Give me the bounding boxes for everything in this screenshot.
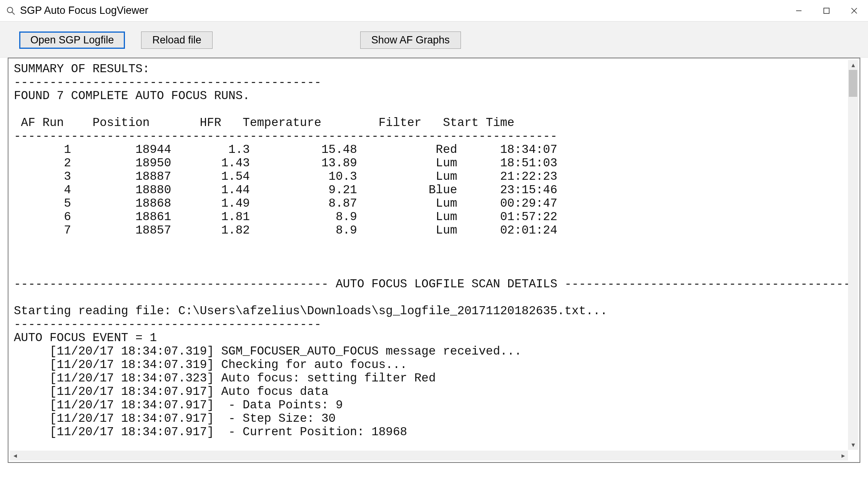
svg-point-0 [7,7,13,13]
svg-rect-3 [824,8,829,13]
reload-file-button[interactable]: Reload file [141,31,213,49]
maximize-button[interactable] [813,0,840,21]
toolbar-spacer [229,31,344,49]
scroll-down-icon[interactable]: ▾ [851,440,855,450]
scroll-up-icon[interactable]: ▴ [851,60,855,70]
show-graphs-button[interactable]: Show AF Graphs [360,31,461,49]
scroll-track[interactable] [848,70,858,440]
svg-line-1 [12,12,15,15]
close-button[interactable] [840,0,868,21]
log-panel: SUMMARY OF RESULTS: --------------------… [8,58,860,463]
scroll-right-icon[interactable]: ▸ [838,451,848,460]
app-icon [5,5,16,16]
minimize-button[interactable] [785,0,813,21]
log-output[interactable]: SUMMARY OF RESULTS: --------------------… [8,58,860,451]
titlebar: SGP Auto Focus LogViewer [0,0,868,22]
open-logfile-button[interactable]: Open SGP Logfile [19,31,125,49]
toolbar: Open SGP Logfile Reload file Show AF Gra… [0,22,868,58]
vertical-scrollbar[interactable]: ▴ ▾ [848,60,858,450]
horizontal-scrollbar[interactable]: ◂ ▸ [10,451,848,461]
window-title: SGP Auto Focus LogViewer [20,5,785,17]
scroll-left-icon[interactable]: ◂ [10,451,20,460]
scroll-thumb[interactable] [849,70,857,97]
window-controls [785,0,868,21]
